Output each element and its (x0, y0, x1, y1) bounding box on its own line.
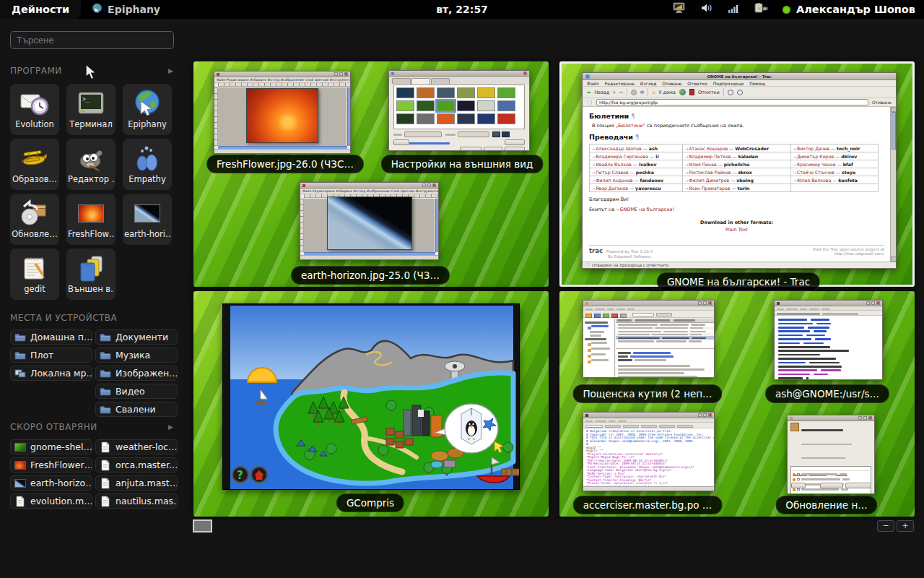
recent-nautilus-file[interactable]: nautilus.mas… (95, 493, 178, 509)
bookmarks-button-label: Отметки (698, 90, 720, 95)
workspace-switcher-thumbnail[interactable] (193, 519, 212, 532)
volume-icon[interactable] (700, 2, 713, 17)
clock[interactable]: вт, 22:57 (436, 4, 488, 15)
color-swatch (492, 131, 500, 137)
place-label: Изображен… (116, 368, 178, 379)
app-label: Empathy (128, 174, 165, 184)
window-icon (585, 302, 588, 305)
window-icon (777, 302, 780, 305)
terminal-cursor (806, 377, 808, 380)
close-icon (876, 301, 880, 305)
app-freshflower-image[interactable]: FreshFlow… (66, 194, 116, 245)
app-label: Терминал (69, 119, 112, 129)
recent-anjuta-file[interactable]: anjuta.mast… (95, 475, 178, 491)
translators-table: Александър Шоповash Атанас КошаровWebCru… (589, 144, 879, 192)
window-terminal[interactable] (774, 300, 883, 380)
window-gimp-freshflower[interactable]: Файл Редактиране Избиране Изглед Изображ… (214, 71, 351, 154)
forward-icon: ➡ (619, 90, 623, 95)
app-terminal[interactable]: >_ Терминал (66, 84, 116, 135)
wallpaper-thumb (477, 100, 495, 111)
translator-cell: Стойчо Станчевstoyo (790, 168, 878, 176)
recent-expander-icon[interactable]: ▶ (168, 423, 173, 431)
window-gcompris[interactable]: ? (222, 303, 520, 490)
app-gcompris[interactable]: Образов… (10, 139, 59, 190)
page-icon (587, 100, 593, 105)
site-favicon (585, 74, 590, 79)
place-home[interactable]: Домашна п… (10, 329, 92, 345)
app-evolution[interactable]: Evolution (10, 84, 59, 135)
app-label: Външен в… (68, 284, 114, 294)
window-gimp-earth-horizon[interactable]: Файл Редактиране Избиране Изглед Изображ… (300, 182, 439, 260)
window-evolution-mail[interactable] (583, 300, 715, 378)
app-gedit[interactable]: gedit (10, 249, 59, 300)
close-button (505, 139, 525, 145)
place-music[interactable]: Музика (95, 348, 178, 363)
wallpaper-thumb (417, 87, 435, 98)
wallpaper-thumb (497, 100, 515, 111)
window-appearance-preferences[interactable] (388, 70, 530, 151)
translator-cell: Филип Димитровxboing (683, 176, 791, 184)
folder-tree-pane (583, 319, 615, 377)
empathy-icon (131, 142, 163, 174)
network-signal-icon[interactable] (728, 3, 739, 17)
app-empathy[interactable]: Empathy (123, 139, 172, 190)
recent-freshflower-image[interactable]: FreshFlower… (10, 457, 92, 473)
window-label: FreshFlower.jpg-26.0 (ЧЗС… (206, 155, 364, 173)
workspace-3[interactable]: ? GCompris (193, 291, 549, 517)
document-icon (100, 460, 111, 471)
app-label: Epiphany (128, 119, 167, 129)
place-documents[interactable]: Документи (95, 329, 178, 345)
workspace-add-button[interactable]: + (897, 520, 914, 532)
workspace-2-active[interactable]: GNOME на български! - Trac Файл Редактир… (559, 61, 915, 287)
place-desktop[interactable]: Плот (10, 348, 92, 363)
place-label: Локална мр… (30, 368, 92, 379)
programs-expander-icon[interactable]: ▶ (168, 67, 173, 74)
workspace-remove-button[interactable]: − (877, 520, 894, 532)
translator-cell: Петър Славовpeshka (590, 168, 683, 176)
status-bar (300, 255, 438, 259)
app-label: earth-hori… (124, 229, 170, 239)
app-software-update[interactable]: Обновле… (10, 194, 59, 245)
menu-item: Подпрозорци (713, 81, 744, 86)
workspace-4[interactable]: Пощенска кутия (2 неп… ash@GNOME:/usr/s… (559, 291, 915, 517)
go-button: Отиване (872, 100, 892, 105)
powered-by-text: Powered by Trac 0.10.3 (606, 249, 653, 254)
window-software-updates[interactable] (787, 415, 875, 494)
install-button (845, 483, 871, 488)
place-videos[interactable]: Видео (95, 384, 178, 399)
back-icon: ⬅ (587, 90, 590, 95)
display-icon[interactable] (673, 2, 686, 17)
recent-orca-file[interactable]: orca.master.… (95, 457, 178, 473)
place-pictures[interactable]: Изображен… (95, 366, 178, 381)
place-downloads[interactable]: Свалени (95, 402, 178, 417)
recent-earth-image[interactable]: earth-horizo… (10, 475, 92, 491)
window-epiphany-trac[interactable]: GNOME на български! - Trac Файл Редактир… (582, 72, 897, 269)
plain-text-link: Plain Text (589, 227, 884, 233)
network-icon (14, 368, 26, 379)
page-heading: Бюлетини ¶ (589, 112, 884, 120)
combo-box (458, 131, 489, 137)
recent-gnome-shell-image[interactable]: gnome-shel… (10, 439, 92, 454)
user-menu[interactable]: Александър Шопов (783, 4, 915, 15)
activities-button[interactable]: Дейности (0, 0, 81, 19)
back-dropdown-icon: ▾ (613, 90, 615, 95)
window-po-editor[interactable]: # Bulgarian translation of accerciser po… (583, 412, 715, 491)
search-input[interactable] (10, 31, 174, 49)
maximize-icon (703, 413, 707, 417)
place-local-network[interactable]: Локална мр… (10, 366, 92, 381)
recent-evolution-file[interactable]: evolution.m… (10, 493, 92, 509)
recent-weather-file[interactable]: weather-loc… (95, 439, 178, 454)
battery-icon[interactable] (754, 3, 768, 17)
app-appearance[interactable]: Външен в… (66, 249, 116, 300)
updates-icon (790, 423, 799, 431)
app-gimp[interactable]: Редактор … (66, 139, 116, 190)
workspace-1[interactable]: Файл Редактиране Избиране Изглед Изображ… (193, 61, 549, 287)
recent-column-right: weather-loc… orca.master.… anjuta.mast… … (95, 439, 178, 512)
recent-label: gnome-shel… (30, 441, 92, 452)
app-earth-image[interactable]: earth-hori… (123, 194, 172, 245)
terminal-icon: >_ (75, 87, 107, 119)
updates-header (788, 421, 874, 465)
app-menu[interactable]: Epiphany (91, 2, 160, 17)
app-epiphany[interactable]: Epiphany (123, 84, 172, 135)
document-icon (100, 478, 111, 489)
